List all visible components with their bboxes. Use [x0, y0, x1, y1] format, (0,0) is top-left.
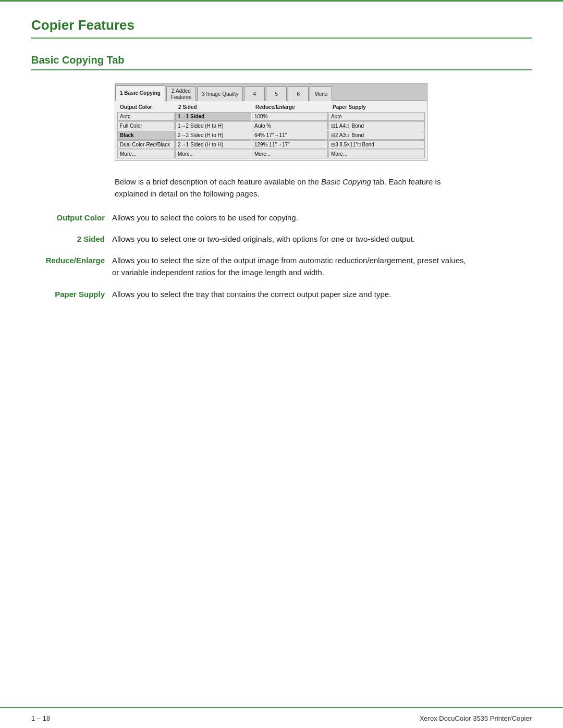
cell-sided-3[interactable]: 2→2 Sided (H to H) [175, 131, 251, 140]
feature-desc-output-color: Allows you to select the colors to be us… [112, 212, 467, 224]
col-header-output-color: Output Color [118, 103, 177, 111]
feature-item-paper-supply: Paper Supply Allows you to select the tr… [31, 288, 532, 300]
tab-added-features-label: 2 AddedFeatures [171, 88, 191, 101]
feature-item-2-sided: 2 Sided Allows you to select one or two-… [31, 233, 532, 245]
tab-4[interactable]: 4 [244, 87, 265, 101]
tabs-row: 1 Basic Copying 2 AddedFeatures 3 Image … [115, 83, 427, 101]
col-header-reduce-enlarge: Reduce/Enlarge [254, 103, 331, 111]
page-title: Copier Features [31, 17, 532, 39]
cell-reduce-2[interactable]: Auto % [252, 121, 328, 130]
cell-reduce-3[interactable]: 64% 17"→11" [252, 131, 328, 140]
tab-image-quality-label: 3 Image Quality [202, 91, 238, 97]
table-row: Auto 1→1 Sided 100% Auto [117, 112, 425, 121]
table-area: Output Color 2 Sided Reduce/Enlarge Pape… [115, 101, 427, 161]
feature-desc-paper-supply: Allows you to select the tray that conta… [112, 288, 467, 300]
tab-image-quality[interactable]: 3 Image Quality [197, 87, 243, 101]
tab-added-features[interactable]: 2 AddedFeatures [166, 87, 196, 101]
description-paragraph: Below is a brief description of each fea… [115, 176, 469, 200]
col-header-paper-supply: Paper Supply [331, 103, 424, 111]
tab-menu-label: Menu [314, 91, 327, 97]
cell-reduce-4[interactable]: 129% 11"→17" [252, 140, 328, 149]
table-row: Dual Color-Red/Black 2→1 Sided (H to H) … [117, 140, 425, 149]
cell-paper-more[interactable]: More... [328, 150, 425, 158]
tab-6[interactable]: 6 [288, 87, 309, 101]
page-footer: 1 – 18 Xerox DocuColor 3535 Printer/Copi… [0, 707, 563, 728]
tab-4-label: 4 [253, 91, 256, 97]
cell-paper-2[interactable]: ⊟1 A4□ Bond [328, 121, 425, 130]
table-row: More... More... More... More... [117, 150, 425, 158]
cell-paper-3[interactable]: ⊟2 A3□ Bond [328, 131, 425, 140]
cell-output-color-3[interactable]: Black [117, 131, 175, 140]
feature-list: Output Color Allows you to select the co… [31, 212, 532, 300]
tab-basic-copying[interactable]: 1 Basic Copying [115, 85, 165, 101]
tab-basic-copying-label: 1 Basic Copying [120, 90, 161, 96]
cell-reduce-more[interactable]: More... [252, 150, 328, 158]
feature-label-paper-supply: Paper Supply [31, 288, 112, 300]
table-body: Auto 1→1 Sided 100% Auto Full Color 1→2 … [117, 112, 425, 158]
feature-label-output-color: Output Color [31, 212, 112, 224]
cell-output-color-4[interactable]: Dual Color-Red/Black [117, 140, 175, 149]
cell-sided-4[interactable]: 2→1 Sided (H to H) [175, 140, 251, 149]
section-title: Basic Copying Tab [31, 54, 532, 70]
feature-item-output-color: Output Color Allows you to select the co… [31, 212, 532, 224]
cell-paper-1[interactable]: Auto [328, 112, 425, 121]
cell-paper-4[interactable]: ⊟3 8.5×11"□ Bond [328, 140, 425, 149]
feature-label-2-sided: 2 Sided [31, 233, 112, 245]
cell-output-color-2[interactable]: Full Color [117, 121, 175, 130]
tab-6-label: 6 [297, 91, 300, 97]
cell-reduce-1[interactable]: 100% [252, 112, 328, 121]
column-headers: Output Color 2 Sided Reduce/Enlarge Pape… [117, 103, 425, 111]
ui-screenshot-panel: 1 Basic Copying 2 AddedFeatures 3 Image … [115, 83, 427, 161]
cell-sided-2[interactable]: 1→2 Sided (H to H) [175, 121, 251, 130]
cell-sided-more[interactable]: More... [175, 150, 251, 158]
tab-menu[interactable]: Menu [310, 87, 332, 101]
feature-label-reduce-enlarge: Reduce/Enlarge [31, 254, 112, 279]
table-row: Full Color 1→2 Sided (H to H) Auto % ⊟1 … [117, 121, 425, 130]
tab-5-label: 5 [275, 91, 278, 97]
cell-sided-1[interactable]: 1→1 Sided [175, 112, 251, 121]
feature-desc-2-sided: Allows you to select one or two-sided or… [112, 233, 467, 245]
col-header-2-sided: 2 Sided [177, 103, 254, 111]
feature-desc-reduce-enlarge: Allows you to select the size of the out… [112, 254, 467, 279]
footer-product-name: Xerox DocuColor 3535 Printer/Copier [420, 714, 532, 722]
cell-output-color-more[interactable]: More... [117, 150, 175, 158]
footer-page-number: 1 – 18 [31, 714, 50, 722]
table-row: Black 2→2 Sided (H to H) 64% 17"→11" ⊟2 … [117, 131, 425, 140]
tab-5[interactable]: 5 [266, 87, 287, 101]
cell-output-color-1[interactable]: Auto [117, 112, 175, 121]
feature-item-reduce-enlarge: Reduce/Enlarge Allows you to select the … [31, 254, 532, 279]
